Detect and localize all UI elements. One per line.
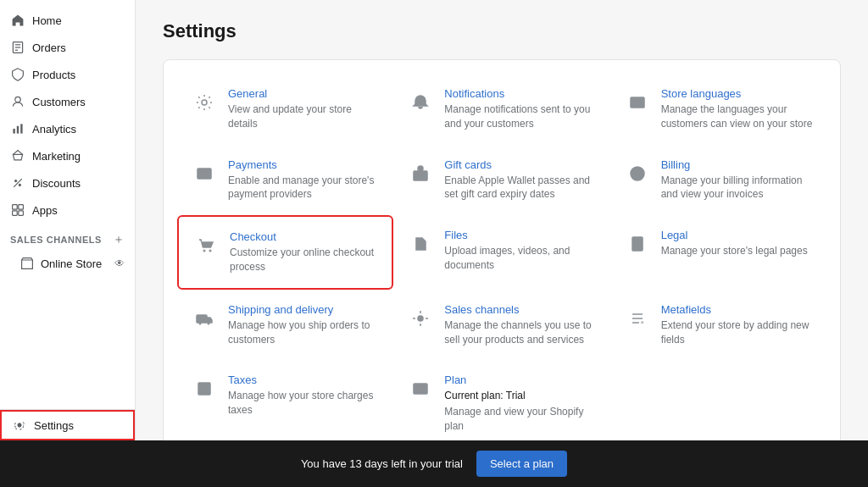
billing-name: Billing bbox=[661, 158, 813, 171]
sidebar-item-home[interactable]: Home bbox=[0, 7, 135, 34]
general-desc: View and update your store details bbox=[228, 102, 380, 131]
settings-item-plan[interactable]: Plan Current plan: Trial Manage and view… bbox=[393, 360, 609, 440]
sidebar-item-discounts[interactable]: Discounts bbox=[0, 169, 135, 196]
settings-container: General View and update your store detai… bbox=[163, 59, 841, 440]
settings-item-legal[interactable]: Legal Manage your store's legal pages bbox=[610, 215, 826, 290]
shipping-desc: Manage how you ship orders to customers bbox=[228, 318, 380, 347]
svg-rect-33 bbox=[414, 384, 427, 394]
billing-text: Billing Manage your billing information … bbox=[661, 158, 813, 202]
discounts-icon bbox=[10, 175, 25, 191]
legal-text: Legal Manage your store's legal pages bbox=[661, 229, 813, 258]
select-plan-button[interactable]: Select a plan bbox=[476, 451, 567, 477]
settings-item-store-languages[interactable]: Store languages Manage the languages you… bbox=[610, 74, 826, 145]
settings-item-gift-cards[interactable]: Gift cards Enable Apple Wallet passes an… bbox=[393, 145, 609, 216]
sidebar-item-analytics[interactable]: Analytics bbox=[0, 115, 135, 142]
settings-item-general[interactable]: General View and update your store detai… bbox=[177, 74, 393, 145]
store-languages-name: Store languages bbox=[661, 87, 813, 100]
store-languages-icon bbox=[624, 89, 651, 116]
legal-desc: Manage your store's legal pages bbox=[661, 244, 813, 258]
svg-rect-12 bbox=[19, 205, 24, 210]
svg-point-4 bbox=[15, 97, 20, 102]
checkout-name: Checkout bbox=[230, 230, 378, 243]
svg-point-26 bbox=[418, 316, 423, 321]
taxes-icon bbox=[191, 375, 218, 402]
svg-point-20 bbox=[203, 250, 206, 252]
gift-cards-desc: Enable Apple Wallet passes and set gift … bbox=[444, 174, 596, 202]
general-name: General bbox=[228, 87, 380, 100]
svg-rect-6 bbox=[17, 126, 19, 134]
gift-cards-icon bbox=[407, 160, 434, 187]
notifications-icon bbox=[407, 89, 434, 116]
sidebar-item-settings[interactable]: Settings bbox=[0, 410, 135, 440]
settings-item-shipping[interactable]: Shipping and delivery Manage how you shi… bbox=[177, 290, 393, 361]
analytics-icon bbox=[10, 121, 25, 136]
metafields-icon: a bbox=[624, 305, 651, 332]
settings-item-payments[interactable]: Payments Enable and manage your store's … bbox=[177, 145, 393, 216]
plan-desc-prefix: Current plan: Trial bbox=[444, 389, 596, 403]
files-desc: Upload images, videos, and documents bbox=[444, 244, 596, 273]
svg-rect-17 bbox=[198, 169, 211, 179]
checkout-icon bbox=[192, 232, 220, 259]
settings-item-notifications[interactable]: Notifications Manage notifications sent … bbox=[393, 74, 609, 145]
svg-rect-7 bbox=[20, 124, 22, 133]
page-title: Settings bbox=[163, 20, 841, 42]
sales-channels-settings-name: Sales channels bbox=[444, 303, 596, 316]
plan-text: Plan Current plan: Trial Manage and view… bbox=[444, 374, 596, 433]
customers-icon bbox=[10, 94, 25, 109]
settings-item-checkout[interactable]: Checkout Customize your online checkout … bbox=[177, 215, 393, 290]
plan-icon bbox=[407, 375, 434, 402]
payments-desc: Enable and manage your store's payment p… bbox=[228, 174, 380, 202]
taxes-desc: Manage how your store charges taxes bbox=[228, 389, 380, 418]
settings-label: Settings bbox=[34, 419, 74, 432]
notifications-name: Notifications bbox=[444, 87, 596, 100]
products-icon bbox=[10, 67, 25, 82]
files-icon bbox=[407, 230, 434, 257]
settings-item-billing[interactable]: Billing Manage your billing information … bbox=[610, 145, 826, 216]
general-icon bbox=[191, 89, 218, 116]
checkout-text: Checkout Customize your online checkout … bbox=[230, 230, 378, 274]
legal-name: Legal bbox=[661, 229, 813, 241]
sidebar-item-products[interactable]: Products bbox=[0, 61, 135, 88]
files-text: Files Upload images, videos, and documen… bbox=[444, 229, 596, 273]
taxes-name: Taxes bbox=[228, 374, 380, 386]
trial-message: You have 13 days left in your trial bbox=[301, 457, 463, 470]
plan-desc: Manage and view your Shopify plan bbox=[444, 405, 596, 434]
payments-text: Payments Enable and manage your store's … bbox=[228, 158, 380, 202]
shipping-icon bbox=[191, 305, 218, 332]
svg-rect-11 bbox=[13, 205, 18, 210]
checkout-desc: Customize your online checkout process bbox=[230, 246, 378, 274]
plan-name: Plan bbox=[444, 374, 596, 386]
svg-rect-23 bbox=[197, 315, 207, 323]
store-languages-desc: Manage the languages your customers can … bbox=[661, 102, 813, 131]
sidebar-item-customers[interactable]: Customers bbox=[0, 88, 135, 115]
apps-icon bbox=[10, 202, 25, 218]
billing-icon bbox=[624, 160, 651, 187]
payments-icon bbox=[191, 160, 218, 187]
online-store-icon bbox=[20, 257, 34, 270]
sidebar-item-marketing[interactable]: Marketing bbox=[0, 142, 135, 169]
add-channel-icon[interactable]: ＋ bbox=[113, 232, 125, 247]
svg-point-15 bbox=[202, 100, 207, 105]
sales-channels-actions: ＋ bbox=[113, 232, 125, 247]
billing-desc: Manage your billing information and view… bbox=[661, 174, 813, 202]
svg-point-25 bbox=[208, 322, 210, 324]
settings-item-files[interactable]: Files Upload images, videos, and documen… bbox=[393, 215, 609, 290]
sidebar-item-apps[interactable]: Apps bbox=[0, 196, 135, 224]
general-text: General View and update your store detai… bbox=[228, 87, 380, 131]
sidebar-nav: Home Orders Products Customers bbox=[0, 0, 135, 409]
online-store-visibility[interactable]: 👁 bbox=[114, 257, 125, 269]
notifications-desc: Manage notifications sent to you and you… bbox=[444, 102, 596, 131]
metafields-desc: Extend your store by adding new fields bbox=[661, 318, 813, 347]
sidebar-item-online-store[interactable]: Online Store 👁 bbox=[0, 251, 135, 276]
sales-channels-header: SALES CHANNELS ＋ bbox=[0, 224, 135, 251]
sidebar-item-orders[interactable]: Orders bbox=[0, 34, 135, 61]
svg-point-21 bbox=[209, 250, 212, 252]
settings-item-taxes[interactable]: Taxes Manage how your store charges taxe… bbox=[177, 360, 393, 440]
settings-item-sales-channels[interactable]: Sales channels Manage the channels you u… bbox=[393, 290, 609, 361]
online-store-label: Online Store bbox=[41, 257, 108, 270]
svg-point-24 bbox=[199, 322, 202, 324]
bottom-bar: You have 13 days left in your trial Sele… bbox=[0, 440, 868, 487]
sales-channels-settings-icon bbox=[407, 305, 434, 332]
sidebar-bottom: Settings bbox=[0, 409, 135, 440]
settings-item-metafields[interactable]: a Metafields Extend your store by adding… bbox=[610, 290, 826, 361]
